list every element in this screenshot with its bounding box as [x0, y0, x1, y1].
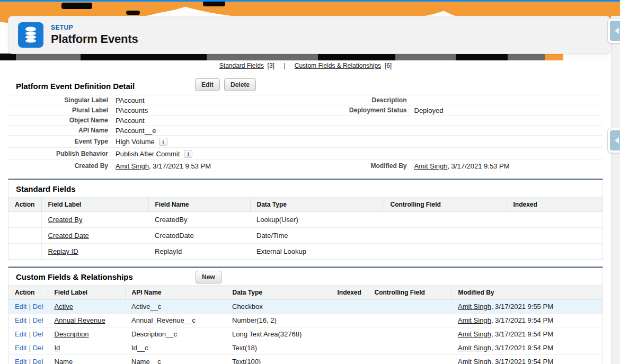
field-label: API Name	[8, 127, 116, 134]
edit-link[interactable]: Edit	[15, 358, 26, 364]
cell-indexed	[331, 314, 368, 327]
cell-field-label: Id	[48, 341, 125, 355]
del-link[interactable]: Del	[33, 358, 43, 364]
banner-art-dark-shape	[61, 3, 92, 9]
column-header-api-name: API Name	[125, 286, 226, 300]
del-link[interactable]: Del	[33, 316, 43, 324]
table-header-row: Action Field Label API Name Data Type In…	[8, 286, 603, 300]
field-value: PAccounts	[116, 106, 306, 114]
cell-field-label: Created Date	[41, 228, 148, 244]
collapse-panel-handle[interactable]	[607, 18, 620, 43]
cell-modified-by: Amit Singh, 3/17/2021 9:54 PM	[451, 314, 603, 327]
edit-link[interactable]: Edit	[15, 330, 26, 338]
cell-data-type: External Lookup	[250, 244, 384, 260]
section-quick-links: Standard Fields [3] | Custom Fields & Re…	[0, 60, 611, 72]
right-side-rail	[611, 16, 620, 364]
edit-link[interactable]: Edit	[15, 344, 26, 352]
field-label: Event Type	[8, 138, 116, 145]
custom-fields-header: Custom Fields & Relationships New	[8, 268, 603, 285]
cell-api-name: Id__c	[125, 341, 226, 355]
collapse-panel-handle[interactable]	[607, 128, 620, 153]
chevron-left-icon[interactable]	[610, 130, 620, 150]
table-header-row: Action Field Label Field Name Data Type …	[8, 198, 603, 212]
field-label-link[interactable]: Created By	[48, 216, 83, 224]
action-separator: |	[29, 330, 30, 338]
modified-by-user-link[interactable]: Amit Singh	[458, 316, 491, 324]
cell-controlling-field	[384, 212, 507, 228]
page-header-card: SETUP Platform Events	[8, 16, 610, 54]
detail-left: Event Type High Volume	[8, 138, 306, 146]
delete-button[interactable]: Delete	[224, 78, 256, 91]
field-label-link[interactable]: Name	[55, 358, 73, 364]
cell-controlling-field	[368, 341, 451, 355]
field-label-link[interactable]: Replay ID	[48, 247, 78, 255]
chevron-left-icon[interactable]	[610, 21, 620, 41]
created-by-date: , 3/17/2021 9:53 PM	[149, 162, 211, 170]
field-value: Deployed	[414, 106, 604, 114]
cell-indexed	[507, 228, 603, 244]
table-row: Created By CreatedBy Lookup(User)	[8, 212, 603, 228]
detail-left: API Name PAccount__e	[8, 127, 306, 135]
cell-field-label: Name	[48, 355, 125, 364]
column-header-controlling-field: Controlling Field	[368, 286, 451, 300]
column-header-indexed: Indexed	[507, 198, 603, 212]
field-label-link[interactable]: Annual Revenue	[55, 316, 105, 324]
edit-link[interactable]: Edit	[15, 303, 26, 310]
column-header-field-label: Field Label	[41, 198, 148, 212]
info-icon[interactable]	[184, 150, 192, 158]
banner-art-dark-shape	[456, 54, 508, 60]
cell-action: Edit|Del	[8, 341, 48, 355]
column-header-indexed: Indexed	[331, 286, 368, 300]
field-label: Publish Behavior	[8, 150, 116, 157]
del-link[interactable]: Del	[33, 330, 43, 338]
field-label: Singular Label	[8, 96, 116, 104]
info-icon[interactable]	[159, 138, 167, 146]
banner-art-dark-shape	[81, 54, 207, 60]
cell-indexed	[507, 244, 603, 260]
field-value: Amit Singh , 3/17/2021 9:53 PM	[414, 162, 604, 170]
detail-right: Modified By Amit Singh , 3/17/2021 9:53 …	[306, 162, 604, 170]
modified-by-user-link[interactable]: Amit Singh	[458, 303, 491, 310]
table-row: Edit|Del Active Active__c Checkbox Amit …	[8, 300, 603, 314]
header-text-block: SETUP Platform Events	[51, 24, 138, 46]
created-by-user-link[interactable]: Amit Singh	[116, 162, 149, 170]
cell-controlling-field	[384, 244, 507, 260]
del-link[interactable]: Del	[33, 344, 43, 352]
standard-fields-link[interactable]: Standard Fields	[219, 62, 264, 69]
modified-by-date: , 3/17/2021 9:54 PM	[491, 316, 553, 324]
field-value: High Volume	[116, 138, 306, 146]
field-value-text: Publish After Commit	[116, 150, 180, 158]
field-label-link[interactable]: Active	[55, 303, 73, 310]
new-button[interactable]: New	[196, 271, 222, 283]
modified-by-user-link[interactable]: Amit Singh	[458, 344, 491, 352]
del-link[interactable]: Del	[33, 303, 43, 310]
custom-fields-link[interactable]: Custom Fields & Relationships	[295, 62, 381, 69]
edit-button[interactable]: Edit	[195, 78, 220, 91]
modified-by-user-link[interactable]: Amit Singh	[458, 330, 491, 338]
field-label-link[interactable]: Id	[55, 344, 60, 352]
cell-action: Edit|Del	[8, 314, 48, 327]
cell-action	[8, 228, 41, 244]
field-value: Publish After Commit	[116, 150, 306, 158]
standard-fields-header: Standard Fields	[8, 180, 603, 197]
field-label: Object Name	[8, 117, 116, 124]
cell-indexed	[507, 212, 603, 228]
modified-by-user-link[interactable]: Amit Singh	[414, 162, 448, 170]
detail-right: Deployment Status Deployed	[306, 106, 604, 114]
field-label: Created By	[8, 162, 116, 170]
field-label: Modified By	[306, 162, 414, 170]
banner-art-dark-shape	[318, 54, 395, 60]
edit-link[interactable]: Edit	[15, 316, 26, 324]
cell-data-type: Long Text Area(32768)	[226, 327, 331, 341]
database-stack-glyph	[23, 26, 39, 44]
field-label-link[interactable]: Created Date	[48, 232, 89, 239]
page-title: Platform Events	[51, 32, 138, 46]
detail-row: Publish Behavior Publish After Commit	[8, 148, 603, 160]
action-separator: |	[29, 303, 30, 310]
field-value: PAccount	[116, 96, 306, 104]
detail-left: Created By Amit Singh , 3/17/2021 9:53 P…	[8, 162, 306, 170]
modified-by-user-link[interactable]: Amit Singh	[458, 358, 491, 364]
detail-row: Plural Label PAccounts Deployment Status…	[8, 105, 603, 116]
field-label-link[interactable]: Description	[55, 330, 89, 338]
modified-by-date: , 3/17/2021 9:53 PM	[447, 162, 509, 170]
